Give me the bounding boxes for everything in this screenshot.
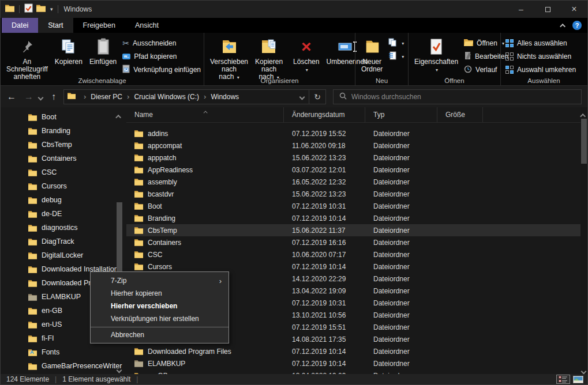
address-dropdown-chevron-icon[interactable] [300,93,304,101]
context-menu-item[interactable]: Hierher verschieben [91,300,229,312]
sidebar-folder-item[interactable]: de-DE [1,207,126,221]
up-button[interactable]: ↑ [46,92,61,102]
thumbnail-view-button[interactable] [571,375,585,384]
maximize-button[interactable] [534,1,561,18]
table-row[interactable]: apppatch 15.06.2022 13:23 Dateiordner [126,152,580,164]
main-scrollbar[interactable] [580,107,587,374]
file-type: Dateiordner [365,360,437,368]
new-folder-button[interactable]: NeuerOrdner [358,35,386,75]
sidebar-folder-item[interactable]: GameBarPresenceWriter [1,359,126,373]
new-folder-quick-icon[interactable] [36,4,46,14]
sidebar-folder-item[interactable]: diagnostics [1,221,126,235]
table-row[interactable]: Boot 07.12.2019 10:31 Dateiordner [126,200,580,212]
minimize-button[interactable]: – [508,1,534,18]
qat-customize-caret-icon[interactable]: ▾ [50,6,53,12]
refresh-icon[interactable]: ↻ [314,92,321,101]
recent-locations-chevron-icon[interactable] [39,92,43,102]
move-to-button[interactable]: Verschieben nachnach ▾ [207,35,252,83]
tab-file[interactable]: Datei [2,18,38,33]
copy-to-button[interactable]: Kopieren nachnach ▾ [252,35,286,83]
breadcrumb-this-pc[interactable]: Dieser PC [91,93,122,101]
folder-icon [28,224,37,232]
column-headers: Name Änderungsdatum Typ Größe [126,107,580,123]
sidebar-folder-item[interactable]: Boot [1,110,126,124]
table-row[interactable]: en-GB 13.04.2022 19:09 Dateiordner [126,369,580,374]
table-row[interactable]: appcompat 11.06.2020 09:18 Dateiordner [126,139,580,152]
sidebar-item-label: DiagTrack [42,237,74,246]
help-icon[interactable]: ? [572,21,582,30]
table-row[interactable]: Cursors 07.12.2019 10:14 Dateiordner [126,261,580,273]
column-header-type[interactable]: Typ [365,107,437,122]
sidebar-folder-item[interactable]: Cursors [1,179,126,193]
sidebar-folder-item[interactable]: Branding [1,124,126,138]
tab-view[interactable]: Ansicht [125,18,168,33]
forward-button[interactable]: → [21,92,36,102]
delete-button[interactable]: × Löschen▾ [290,35,323,76]
sidebar-folder-item[interactable]: DiagTrack [1,235,126,248]
close-button[interactable]: × [561,1,587,18]
back-button[interactable]: ← [4,92,19,102]
folder-icon [28,280,37,287]
status-bar: 124 Elemente | 1 Element ausgewählt | [1,374,587,384]
context-menu-item[interactable]: 7-Zip › [91,274,229,287]
titlebar: ▾ Windows – × [1,1,587,18]
file-date: 15.06.2022 13:23 [284,154,365,162]
file-name: Downloaded Program Files [148,348,231,356]
search-box[interactable]: Windows durchsuchen [333,89,582,104]
tab-share[interactable]: Freigeben [73,18,125,33]
copy-button[interactable]: Kopieren [51,35,86,67]
paste-shortcut-button[interactable]: Verknüpfung einfügen [120,64,203,76]
folder-icon [134,154,143,161]
table-row[interactable]: Containers 07.12.2019 16:16 Dateiordner [126,236,580,248]
column-header-name[interactable]: Name [126,107,284,122]
file-type: Dateiordner [365,239,437,247]
properties-quick-icon[interactable] [24,3,33,15]
select-all-button[interactable]: Alles auswählen [503,37,578,49]
chevron-down-icon: ▾ [306,67,308,73]
pin-to-quick-access-button[interactable]: An Schnellzugriff anheften [3,35,51,82]
group-label-clipboard: Zwischenablage [1,77,204,84]
file-name-cell: bcastdvr [126,190,284,198]
sidebar-folder-item[interactable]: DigitalLocker [1,248,126,262]
column-header-date[interactable]: Änderungsdatum [284,107,365,122]
table-row[interactable]: assembly 16.05.2022 12:32 Dateiordner [126,176,580,188]
ribbon: An Schnellzugriff anheften Kopieren Einf… [1,33,587,86]
address-bar[interactable]: › Dieser PC › Crucial Windows (C:) › Win… [63,89,326,104]
paste-button[interactable]: Einfügen [86,35,120,67]
column-header-size[interactable]: Größe [437,107,483,122]
invert-selection-button[interactable]: Auswahl umkehren [503,64,578,76]
context-menu-item-label: Abbrechen [111,331,144,339]
sidebar-folder-item[interactable]: Containers [1,152,126,165]
tab-start[interactable]: Start [38,18,73,33]
file-type: Dateiordner [365,142,437,150]
group-label-open: Öffnen [409,77,500,84]
table-row[interactable]: bcastdvr 15.06.2022 13:23 Dateiordner [126,188,580,200]
table-row[interactable]: CbsTemp 15.06.2022 11:37 Dateiordner [126,224,580,236]
table-row[interactable]: AppReadiness 03.07.2022 12:01 Dateiordne… [126,164,580,176]
breadcrumb-drive[interactable]: Crucial Windows (C:) [134,93,199,101]
copy-path-button[interactable]: w.. Pfad kopieren [120,51,203,62]
cut-button[interactable]: ✂ Ausschneiden [120,37,203,49]
details-view-button[interactable] [556,375,570,384]
table-row[interactable]: CSC 10.06.2020 07:17 Dateiordner [126,248,580,261]
new-item-button[interactable]: ▾ [386,37,406,49]
properties-button[interactable]: Eigenschaften▾ [411,35,462,76]
main-scrollbar-thumb[interactable] [581,119,587,164]
invert-selection-icon [505,66,514,74]
context-menu-item[interactable]: Verknüpfungen hier erstellen [91,312,229,325]
context-menu-item[interactable]: Abbrechen [91,327,229,341]
breadcrumb-current-folder[interactable]: Windows [211,93,239,101]
sidebar-folder-item[interactable]: CSC [1,165,126,179]
table-row[interactable]: Branding 07.12.2019 10:14 Dateiordner [126,212,580,224]
context-menu-item[interactable]: Hierher kopieren [91,287,229,300]
sidebar-folder-item[interactable]: Fonts [1,345,126,359]
table-row[interactable]: ELAMBKUP 07.12.2019 10:14 Dateiordner [126,357,580,369]
minimize-ribbon-icon[interactable] [560,23,565,29]
sidebar-folder-item[interactable]: debug [1,193,126,207]
select-none-button[interactable]: Nichts auswählen [503,51,578,62]
sidebar-folder-item[interactable]: CbsTemp [1,138,126,152]
easy-access-button[interactable]: ▾ [386,51,406,62]
breadcrumb-sep-icon: › [84,92,86,101]
table-row[interactable]: Downloaded Program Files 07.12.2019 10:1… [126,345,580,357]
table-row[interactable]: addins 07.12.2019 15:52 Dateiordner [126,127,580,139]
